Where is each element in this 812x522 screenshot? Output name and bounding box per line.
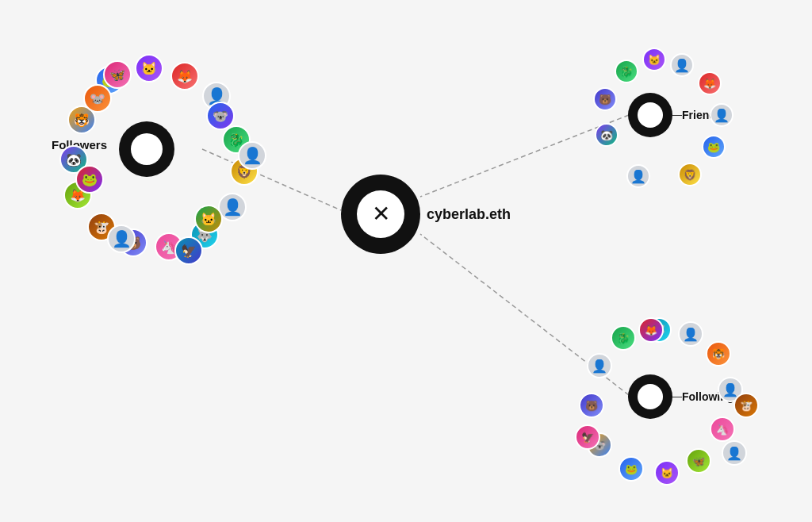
friends-ring[interactable] bbox=[628, 93, 672, 137]
following-ring[interactable] bbox=[628, 374, 672, 419]
x-icon: ✕ bbox=[372, 203, 390, 225]
avatar[interactable]: 🦊 bbox=[638, 317, 664, 343]
avatar[interactable]: 🐱 bbox=[642, 48, 666, 71]
avatar[interactable]: 👤 bbox=[587, 353, 612, 378]
avatar[interactable]: 🦄 bbox=[710, 416, 735, 442]
avatar[interactable]: 👤 bbox=[107, 225, 136, 253]
avatar[interactable]: 🦋 bbox=[103, 60, 132, 89]
avatar[interactable]: 🐱 bbox=[654, 460, 680, 486]
avatar[interactable]: 👤 bbox=[238, 141, 266, 170]
avatar[interactable]: 🐸 bbox=[75, 165, 104, 194]
avatar[interactable]: 👤 bbox=[670, 53, 694, 77]
center-ring: ✕ bbox=[341, 175, 420, 254]
avatar[interactable]: 🐨 bbox=[206, 102, 235, 130]
avatar[interactable]: 🐉 bbox=[615, 59, 638, 83]
avatar[interactable]: 🐉 bbox=[611, 325, 636, 351]
avatar[interactable]: 🐯 bbox=[706, 341, 731, 367]
avatar[interactable]: 🐸 bbox=[702, 135, 726, 159]
avatar[interactable]: 👤 bbox=[626, 164, 650, 188]
avatar[interactable]: 🐻 bbox=[579, 393, 604, 418]
avatar[interactable]: 🐮 bbox=[733, 393, 759, 418]
avatar[interactable]: 🐭 bbox=[83, 84, 112, 113]
center-inner: ✕ bbox=[357, 190, 404, 238]
avatar[interactable]: 👤 bbox=[710, 103, 733, 127]
center-label: cyberlab.eth bbox=[427, 206, 511, 223]
avatar[interactable]: 🐻 bbox=[593, 87, 617, 111]
avatar[interactable]: 🦅 bbox=[575, 424, 600, 450]
avatar[interactable]: 🦊 bbox=[170, 62, 199, 90]
avatar[interactable]: 🐼 bbox=[595, 123, 619, 147]
main-canvas: ✕ cyberlab.eth Followers 🐱 🦊 🐸 👤 🐉 🦁 👤 🐺… bbox=[0, 0, 812, 522]
avatar[interactable]: 🐱 bbox=[194, 205, 223, 233]
followers-ring[interactable] bbox=[119, 121, 174, 177]
avatar[interactable]: 🦊 bbox=[698, 71, 722, 95]
avatar[interactable]: 🦋 bbox=[686, 448, 711, 474]
avatar[interactable]: 🦅 bbox=[174, 236, 203, 265]
avatar[interactable]: 👤 bbox=[722, 440, 747, 466]
avatar[interactable]: 🐸 bbox=[619, 456, 644, 482]
avatar[interactable]: 🐱 bbox=[135, 54, 163, 83]
center-node[interactable]: ✕ cyberlab.eth bbox=[341, 175, 420, 254]
avatar[interactable]: 🦁 bbox=[678, 163, 702, 186]
avatar[interactable]: 👤 bbox=[678, 321, 703, 347]
